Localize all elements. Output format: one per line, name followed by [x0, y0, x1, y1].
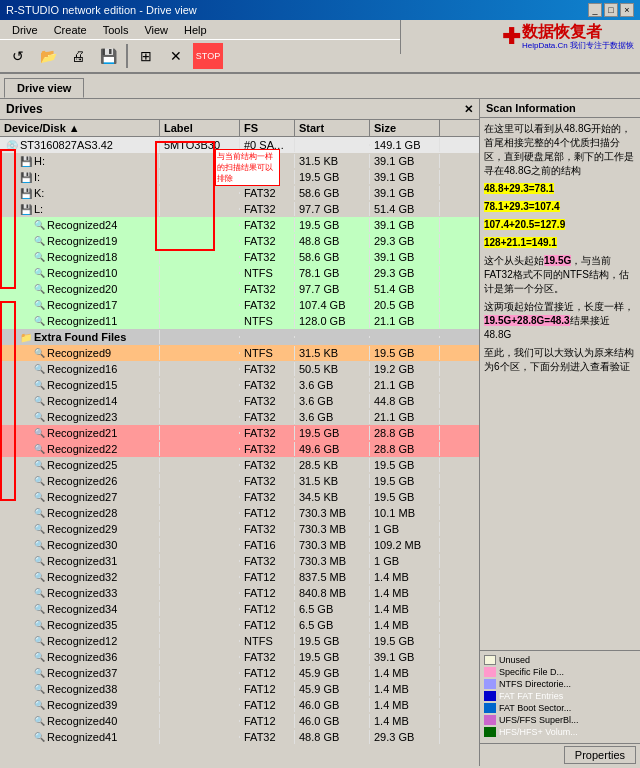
cell-size: 1 GB [370, 554, 440, 568]
table-row[interactable]: 🔍 Recognized30FAT16730.3 MB109.2 MB [0, 537, 479, 553]
menu-tools[interactable]: Tools [95, 22, 137, 38]
table-row[interactable]: 🔍 Recognized15FAT323.6 GB21.1 GB [0, 377, 479, 393]
table-row[interactable]: 🔍 Recognized40FAT1246.0 GB1.4 MB [0, 713, 479, 729]
tab-drive-view[interactable]: Drive view [4, 78, 84, 98]
cell-name: 🔍 Recognized26 [0, 474, 160, 488]
legend-fat-entries: FAT FAT Entries [484, 691, 636, 701]
legend-ufs: UFS/FFS SuperBl... [484, 715, 636, 725]
recognized-icon: 🔍 [34, 476, 45, 486]
cell-size: 19.5 GB [370, 634, 440, 648]
bottom-bar: Properties [480, 743, 640, 766]
table-row[interactable]: 🔍 Recognized9NTFS31.5 KB19.5 GB [0, 345, 479, 361]
cell-start: 45.9 GB [295, 682, 370, 696]
cell-label [160, 288, 240, 290]
cell-label [160, 304, 240, 306]
table-body[interactable]: 💿 ST3160827AS3.425MTO3B30#0 SATA (0:0)14… [0, 137, 479, 766]
toolbar-delete[interactable]: ✕ [162, 42, 190, 70]
properties-button[interactable]: Properties [564, 746, 636, 764]
cell-fs: FAT32 [240, 234, 295, 248]
col-label[interactable]: Label [160, 120, 240, 136]
table-row[interactable]: 🔍 Recognized16FAT3250.5 KB19.2 GB [0, 361, 479, 377]
col-fs[interactable]: FS [240, 120, 295, 136]
cell-name: 🔍 Recognized35 [0, 618, 160, 632]
table-row[interactable]: 🔍 Recognized23FAT323.6 GB21.1 GB [0, 409, 479, 425]
cell-start: 45.9 GB [295, 666, 370, 680]
title-text: R-STUDIO network edition - Drive view [6, 4, 197, 16]
col-device-disk[interactable]: Device/Disk ▲ [0, 120, 160, 136]
toolbar-save[interactable]: 💾 [94, 42, 122, 70]
table-row[interactable]: 🔍 Recognized20FAT3297.7 GB51.4 GB [0, 281, 479, 297]
table-row[interactable]: 🔍 Recognized19FAT3248.8 GB29.3 GB [0, 233, 479, 249]
table-row[interactable]: 🔍 Recognized11NTFS128.0 GB21.1 GB [0, 313, 479, 329]
cell-start: 19.5 GB [295, 170, 370, 184]
table-row[interactable]: 🔍 Recognized29FAT32730.3 MB1 GB [0, 521, 479, 537]
table-row[interactable]: 💿 ST3160827AS3.425MTO3B30#0 SATA (0:0)14… [0, 137, 479, 153]
cell-size: 29.3 GB [370, 234, 440, 248]
cell-fs: FAT32 [240, 282, 295, 296]
table-row[interactable]: 🔍 Recognized17FAT32107.4 GB20.5 GB [0, 297, 479, 313]
cell-label [160, 656, 240, 658]
table-row[interactable]: 🔍 Recognized28FAT12730.3 MB10.1 MB [0, 505, 479, 521]
cell-name: 💾 H: [0, 154, 160, 168]
legend-unused: Unused [484, 655, 636, 665]
cell-fs: NTFS [240, 634, 295, 648]
col-size[interactable]: Size [370, 120, 440, 136]
recognized-icon: 🔍 [34, 316, 45, 326]
table-row[interactable]: 🔍 Recognized21FAT3219.5 GB28.8 GB [0, 425, 479, 441]
col-start[interactable]: Start [295, 120, 370, 136]
table-row[interactable]: 🔍 Recognized32FAT12837.5 MB1.4 MB [0, 569, 479, 585]
table-row[interactable]: 🔍 Recognized35FAT126.5 GB1.4 MB [0, 617, 479, 633]
toolbar-refresh[interactable]: ↺ [4, 42, 32, 70]
table-row[interactable]: 📁 Extra Found Files [0, 329, 479, 345]
toolbar-print[interactable]: 🖨 [64, 42, 92, 70]
minimize-button[interactable]: _ [588, 3, 602, 17]
cell-label [160, 544, 240, 546]
toolbar-stop[interactable]: STOP [192, 42, 224, 70]
table-row[interactable]: 🔍 Recognized27FAT3234.5 KB19.5 GB [0, 489, 479, 505]
table-row[interactable]: 💾 I:FAT3219.5 GB39.1 GB [0, 169, 479, 185]
table-row[interactable]: 💾 L:FAT3297.7 GB51.4 GB [0, 201, 479, 217]
cell-fs: FAT12 [240, 506, 295, 520]
cell-fs: FAT32 [240, 650, 295, 664]
cell-name: 🔍 Recognized32 [0, 570, 160, 584]
table-row[interactable]: 🔍 Recognized14FAT323.6 GB44.8 GB [0, 393, 479, 409]
cell-fs: FAT32 [240, 442, 295, 456]
table-row[interactable]: 🔍 Recognized41FAT3248.8 GB29.3 GB [0, 729, 479, 745]
table-row[interactable]: 🔍 Recognized22FAT3249.6 GB28.8 GB [0, 441, 479, 457]
menu-help[interactable]: Help [176, 22, 215, 38]
menu-view[interactable]: View [136, 22, 176, 38]
table-row[interactable]: 🔍 Recognized12NTFS19.5 GB19.5 GB [0, 633, 479, 649]
close-button[interactable]: × [620, 3, 634, 17]
table-row[interactable]: 🔍 Recognized18FAT3258.6 GB39.1 GB [0, 249, 479, 265]
table-row[interactable]: 🔍 Recognized26FAT3231.5 KB19.5 GB [0, 473, 479, 489]
table-row[interactable]: 🔍 Recognized33FAT12840.8 MB1.4 MB [0, 585, 479, 601]
table-row[interactable]: 🔍 Recognized39FAT1246.0 GB1.4 MB [0, 697, 479, 713]
table-row[interactable]: 🔍 Recognized34FAT126.5 GB1.4 MB [0, 601, 479, 617]
cell-label [160, 176, 240, 178]
cell-name-text: Recognized20 [47, 283, 117, 295]
table-row[interactable]: 🔍 Recognized25FAT3228.5 KB19.5 GB [0, 457, 479, 473]
drives-close[interactable]: ✕ [464, 103, 473, 116]
cell-fs: FAT32 [240, 298, 295, 312]
table-row[interactable]: 🔍 Recognized38FAT1245.9 GB1.4 MB [0, 681, 479, 697]
cell-start: 34.5 KB [295, 490, 370, 504]
table-row[interactable]: 🔍 Recognized10NTFS78.1 GB29.3 GB [0, 265, 479, 281]
table-row[interactable]: 💾 K:FAT3258.6 GB39.1 GB [0, 185, 479, 201]
cell-label [160, 272, 240, 274]
menu-drive[interactable]: Drive [4, 22, 46, 38]
table-row[interactable]: 🔍 Recognized36FAT3219.5 GB39.1 GB [0, 649, 479, 665]
table-row[interactable]: 🔍 Recognized24FAT3219.5 GB39.1 GB [0, 217, 479, 233]
cell-size: 21.1 GB [370, 314, 440, 328]
cell-name: 🔍 Recognized16 [0, 362, 160, 376]
table-row[interactable]: 🔍 Recognized37FAT1245.9 GB1.4 MB [0, 665, 479, 681]
maximize-button[interactable]: □ [604, 3, 618, 17]
table-row[interactable]: 🔍 Recognized31FAT32730.3 MB1 GB [0, 553, 479, 569]
toolbar-grid[interactable]: ⊞ [132, 42, 160, 70]
table-row[interactable]: 💾 H:FAT3231.5 KB39.1 GB [0, 153, 479, 169]
title-bar: R-STUDIO network edition - Drive view _ … [0, 0, 640, 20]
cell-start: 3.6 GB [295, 378, 370, 392]
toolbar-open[interactable]: 📂 [34, 42, 62, 70]
cell-size: 1.4 MB [370, 698, 440, 712]
cell-name-text: Recognized11 [47, 315, 117, 327]
menu-create[interactable]: Create [46, 22, 95, 38]
